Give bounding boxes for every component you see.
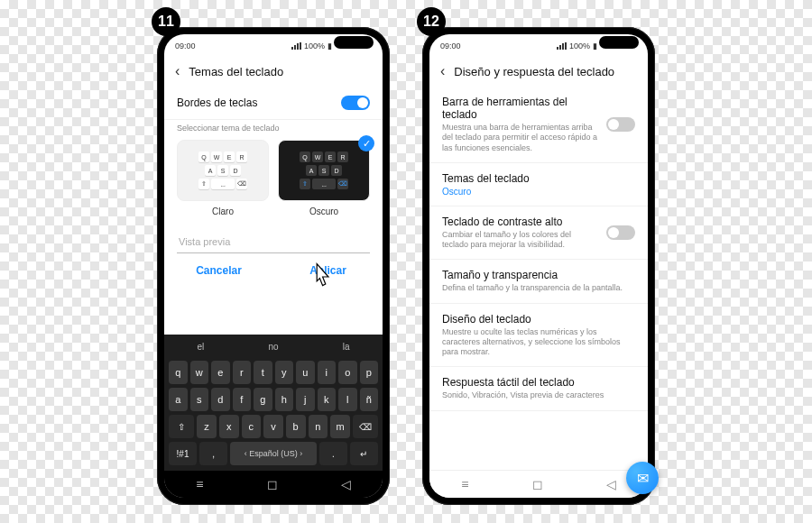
key-dot[interactable]: . — [319, 442, 347, 465]
camera-cutout — [599, 36, 639, 49]
key-w[interactable]: w — [190, 361, 209, 384]
nav-home[interactable]: ◻ — [267, 477, 278, 491]
check-icon: ✓ — [358, 135, 374, 151]
theme-light-label: Claro — [177, 206, 269, 216]
key-borders-label: Bordes de teclas — [177, 96, 257, 109]
theme-option-light[interactable]: QWER ASD ⇧⎵⌫ Claro — [177, 140, 269, 216]
step-badge-12: 12 — [417, 7, 446, 36]
themes-value: Oscuro — [442, 187, 635, 197]
row-layout[interactable]: Diseño del teclado Muestre u oculte las … — [429, 304, 648, 368]
suggestion-1[interactable]: el — [164, 335, 237, 359]
row-high-contrast[interactable]: Teclado de contraste alto Cambiar el tam… — [429, 206, 648, 261]
battery-icon: ▮ — [328, 41, 332, 50]
key-j[interactable]: j — [296, 388, 315, 411]
feedback-sub: Sonido, Vibración, Vista previa de carac… — [442, 390, 635, 400]
key-f[interactable]: f — [233, 388, 252, 411]
key-u[interactable]: u — [296, 361, 315, 384]
key-y[interactable]: y — [275, 361, 294, 384]
key-symbols[interactable]: !#1 — [169, 442, 197, 465]
toolbar-toggle[interactable] — [606, 117, 635, 132]
nav-home[interactable]: ◻ — [532, 477, 543, 491]
key-p[interactable]: p — [360, 361, 379, 384]
key-comma[interactable]: , — [199, 442, 227, 465]
contrast-sub: Cambiar el tamaño y los colores del tecl… — [442, 230, 599, 251]
key-enter[interactable]: ↵ — [350, 442, 378, 465]
row-themes[interactable]: Temas del teclado Oscuro — [429, 163, 648, 206]
theme-option-dark[interactable]: ✓ QWER ASD ⇧⎵⌫ Oscuro — [278, 140, 370, 216]
suggestion-2[interactable]: no — [237, 335, 310, 359]
key-v[interactable]: v — [263, 415, 283, 438]
key-l[interactable]: l — [338, 388, 357, 411]
key-o[interactable]: o — [338, 361, 357, 384]
page-title: Diseño y respuesta del teclado — [454, 65, 614, 78]
preview-input[interactable]: Vista previa — [177, 231, 370, 253]
theme-preview-light: QWER ASD ⇧⎵⌫ — [177, 140, 269, 201]
android-navbar: ≡ ◻ ◁ — [429, 470, 648, 498]
key-s[interactable]: s — [190, 388, 209, 411]
key-k[interactable]: k — [318, 388, 337, 411]
status-time: 09:00 — [440, 41, 461, 50]
back-icon[interactable]: ‹ — [440, 63, 445, 79]
step-badge-11: 11 — [152, 7, 180, 36]
row-key-borders[interactable]: Bordes de teclas — [164, 87, 383, 120]
toolbar-sub: Muestra una barra de herramientas arriba… — [442, 123, 599, 153]
battery-icon: ▮ — [593, 41, 597, 50]
size-label: Tamaño y transparencia — [442, 269, 635, 281]
nav-back[interactable]: ◁ — [606, 477, 616, 491]
key-e[interactable]: e — [211, 361, 230, 384]
cancel-button[interactable]: Cancelar — [164, 264, 273, 277]
key-c[interactable]: c — [242, 415, 262, 438]
key-enye[interactable]: ñ — [360, 388, 379, 411]
back-icon[interactable]: ‹ — [175, 63, 180, 79]
contrast-toggle[interactable] — [606, 225, 635, 240]
title-bar: ‹ Temas del teclado — [164, 56, 383, 87]
key-z[interactable]: z — [197, 415, 217, 438]
status-time: 09:00 — [175, 41, 196, 50]
key-borders-toggle[interactable] — [341, 96, 370, 110]
contrast-label: Teclado de contraste alto — [442, 216, 599, 228]
themes-label: Temas del teclado — [442, 172, 635, 185]
suggestion-3[interactable]: la — [309, 335, 383, 359]
size-sub: Defina el tamaño y la transparencia de l… — [442, 283, 635, 293]
key-backspace[interactable]: ⌫ — [353, 415, 378, 438]
toolbar-label: Barra de herramientas del teclado — [442, 96, 599, 121]
key-a[interactable]: a — [169, 388, 188, 411]
key-b[interactable]: b — [286, 415, 306, 438]
key-i[interactable]: i — [318, 361, 337, 384]
battery-percent: 100% — [304, 41, 325, 50]
chat-support-icon[interactable]: ✉ — [626, 462, 659, 494]
page-title: Temas del teclado — [189, 65, 283, 78]
keyboard-dark: el no la q w e r t y u i o p a — [164, 335, 383, 498]
key-h[interactable]: h — [275, 388, 294, 411]
key-space[interactable]: ‹ Español (US) › — [230, 442, 317, 465]
layout-sub: Muestre u oculte las teclas numéricas y … — [442, 327, 635, 358]
select-theme-label: Seleccionar tema de teclado — [164, 120, 383, 140]
phone-step-11: 11 09:00 100% ▮ ‹ Temas del teclado Bord… — [157, 27, 390, 505]
nav-recents[interactable]: ≡ — [461, 477, 468, 491]
battery-percent: 100% — [569, 41, 590, 50]
key-r[interactable]: r — [233, 361, 252, 384]
row-size-transparency[interactable]: Tamaño y transparencia Defina el tamaño … — [429, 260, 648, 303]
key-x[interactable]: x — [219, 415, 239, 438]
key-q[interactable]: q — [169, 361, 188, 384]
nav-recents[interactable]: ≡ — [196, 477, 203, 491]
row-keyboard-toolbar[interactable]: Barra de herramientas del teclado Muestr… — [429, 87, 648, 163]
feedback-label: Respuesta táctil del teclado — [442, 376, 635, 389]
theme-preview-dark: ✓ QWER ASD ⇧⎵⌫ — [278, 140, 370, 201]
row-tactile-feedback[interactable]: Respuesta táctil del teclado Sonido, Vib… — [429, 367, 648, 410]
key-n[interactable]: n — [309, 415, 328, 438]
key-shift[interactable]: ⇧ — [169, 415, 194, 438]
camera-cutout — [334, 36, 374, 49]
signal-icon — [557, 42, 567, 50]
apply-button[interactable]: Aplicar — [273, 264, 383, 277]
nav-back[interactable]: ◁ — [341, 477, 351, 491]
android-navbar: ≡ ◻ ◁ — [164, 471, 383, 498]
layout-label: Diseño del teclado — [442, 313, 635, 326]
theme-dark-label: Oscuro — [278, 206, 370, 216]
phone-step-12: 12 09:00 100% ▮ ‹ Diseño y respuesta del… — [422, 27, 655, 505]
key-g[interactable]: g — [254, 388, 272, 411]
key-t[interactable]: t — [254, 361, 272, 384]
signal-icon — [291, 42, 301, 50]
key-d[interactable]: d — [211, 388, 230, 411]
key-m[interactable]: m — [330, 415, 350, 438]
